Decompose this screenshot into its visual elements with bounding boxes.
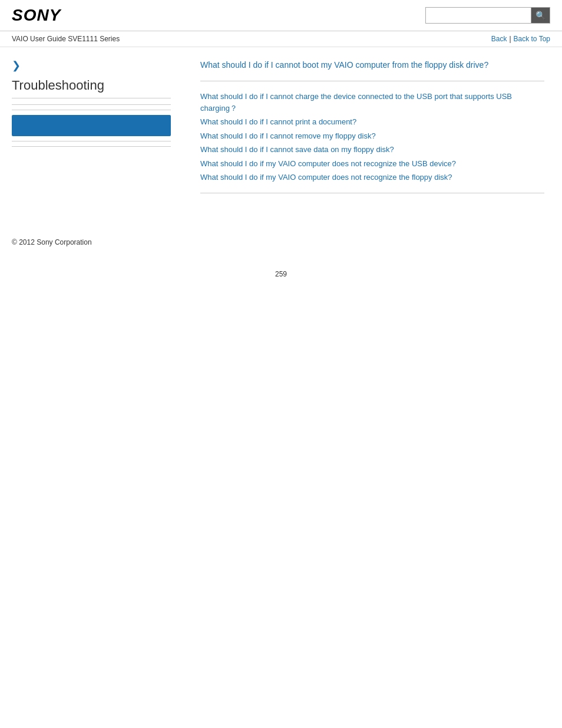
list-item: What should I do if my VAIO computer doe…: [200, 158, 544, 170]
link-usb-charging[interactable]: What should I do if I cannot charge the …: [200, 92, 512, 113]
main-content: ❯ Troubleshooting What should I do if I …: [0, 47, 562, 215]
sidebar-chevron-icon: ❯: [12, 59, 171, 72]
link-list: What should I do if I cannot charge the …: [200, 91, 544, 183]
sidebar-divider-3: [12, 141, 171, 141]
content-divider-2: [200, 193, 544, 193]
back-to-top-link[interactable]: Back to Top: [514, 35, 550, 43]
link-floppy-disk[interactable]: What should I do if my VAIO computer doe…: [200, 173, 452, 182]
nav-separator: |: [509, 35, 511, 43]
sidebar-divider-2: [12, 110, 171, 110]
link-print[interactable]: What should I do if I cannot print a doc…: [200, 117, 356, 126]
copyright: © 2012 Sony Corporation: [12, 238, 92, 246]
link-save-floppy[interactable]: What should I do if I cannot save data o…: [200, 145, 394, 154]
list-item: What should I do if I cannot print a doc…: [200, 116, 544, 128]
list-item: What should I do if I cannot remove my f…: [200, 130, 544, 142]
list-item: What should I do if I cannot save data o…: [200, 144, 544, 156]
header: SONY 🔍: [0, 0, 562, 31]
link-usb-device[interactable]: What should I do if my VAIO computer doe…: [200, 159, 456, 168]
page-number: 259: [0, 258, 562, 290]
list-item: What should I do if my VAIO computer doe…: [200, 172, 544, 183]
search-icon: 🔍: [535, 11, 546, 20]
sub-header: VAIO User Guide SVE1111 Series Back | Ba…: [0, 31, 562, 47]
link-remove-floppy[interactable]: What should I do if I cannot remove my f…: [200, 131, 376, 140]
content-divider: [200, 81, 544, 81]
back-link[interactable]: Back: [491, 35, 507, 43]
guide-title: VAIO User Guide SVE1111 Series: [12, 35, 120, 43]
sidebar: ❯ Troubleshooting: [0, 47, 183, 215]
list-item: What should I do if I cannot charge the …: [200, 91, 544, 114]
search-input[interactable]: [425, 7, 531, 24]
footer: © 2012 Sony Corporation: [0, 226, 562, 258]
nav-links: Back | Back to Top: [491, 35, 550, 43]
sidebar-active-item[interactable]: [12, 115, 171, 136]
sidebar-title: Troubleshooting: [12, 78, 171, 98]
sidebar-divider-4: [12, 146, 171, 147]
content-area: What should I do if I cannot boot my VAI…: [183, 47, 562, 215]
sony-logo: SONY: [12, 6, 61, 25]
main-content-link[interactable]: What should I do if I cannot boot my VAI…: [200, 59, 544, 71]
sidebar-divider-1: [12, 104, 171, 105]
search-button[interactable]: 🔍: [531, 7, 550, 24]
search-area: 🔍: [425, 7, 550, 24]
